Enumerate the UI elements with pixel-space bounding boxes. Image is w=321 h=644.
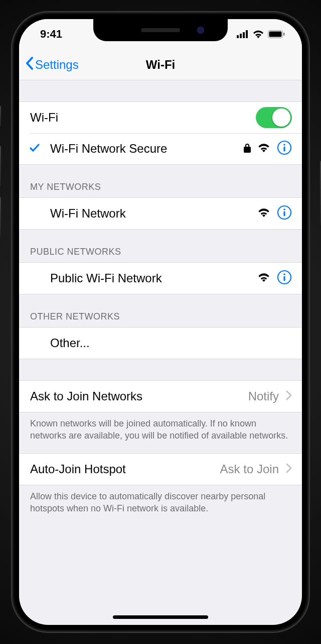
ask-to-join-label: Ask to Join Networks [30, 382, 248, 410]
device-frame: 9:41 [0, 0, 321, 644]
wifi-switch[interactable] [256, 107, 292, 128]
wifi-toggle-cell[interactable]: Wi-Fi [19, 102, 302, 133]
lock-icon [244, 143, 251, 155]
my-networks-group: Wi-Fi Network [19, 197, 302, 230]
other-label: Other... [50, 329, 292, 357]
wifi-signal-icon [258, 273, 270, 284]
ask-to-join-footer: Known networks will be joined automatica… [19, 412, 302, 447]
network-name: Wi-Fi Network [50, 199, 258, 228]
front-camera [197, 27, 204, 34]
svg-point-8 [283, 144, 285, 146]
chevron-right-icon [286, 463, 292, 475]
svg-rect-0 [237, 35, 239, 38]
wifi-toggle-label: Wi-Fi [30, 103, 256, 132]
switch-knob [272, 109, 290, 127]
svg-rect-3 [246, 30, 248, 38]
volume-up-button [0, 146, 1, 186]
back-label: Settings [35, 58, 79, 72]
info-icon[interactable] [277, 205, 292, 222]
cellular-signal-icon [237, 30, 249, 38]
volume-down-button [0, 197, 1, 237]
wifi-signal-icon [258, 143, 270, 154]
chevron-left-icon [25, 56, 34, 73]
speaker-grille [141, 28, 180, 32]
other-networks-group: Other... [19, 327, 302, 359]
ask-to-join-value: Notify [248, 389, 279, 403]
svg-rect-1 [240, 34, 242, 38]
svg-rect-9 [283, 147, 285, 152]
svg-rect-15 [283, 276, 285, 281]
auto-hotspot-label: Auto-Join Hotspot [30, 455, 220, 483]
svg-rect-2 [243, 32, 245, 38]
svg-rect-12 [283, 211, 285, 217]
public-networks-group: Public Wi-Fi Network [19, 262, 302, 294]
svg-rect-6 [283, 33, 285, 36]
auto-hotspot-group: Auto-Join Hotspot Ask to Join [19, 453, 302, 485]
connected-network-name: Wi-Fi Network Secure [50, 135, 244, 163]
network-name: Public Wi-Fi Network [50, 264, 258, 292]
info-icon[interactable] [277, 140, 292, 157]
public-networks-header: PUBLIC NETWORKS [19, 230, 302, 262]
svg-rect-5 [269, 32, 282, 37]
auto-hotspot-footer: Allow this device to automatically disco… [19, 485, 302, 520]
status-time: 9:41 [40, 28, 85, 41]
back-button[interactable]: Settings [25, 56, 79, 73]
other-network-cell[interactable]: Other... [19, 328, 302, 359]
silence-switch [0, 105, 1, 127]
wifi-signal-icon [258, 208, 270, 219]
connected-network-cell[interactable]: Wi-Fi Network Secure [19, 133, 302, 164]
wifi-main-group: Wi-Fi [19, 101, 302, 165]
wifi-status-icon [253, 30, 264, 38]
network-row[interactable]: Public Wi-Fi Network [19, 263, 302, 294]
ask-to-join-cell[interactable]: Ask to Join Networks Notify [19, 381, 302, 412]
notch [93, 19, 228, 41]
battery-icon [268, 30, 285, 38]
other-networks-header: OTHER NETWORKS [19, 294, 302, 327]
chevron-right-icon [286, 390, 292, 402]
home-indicator[interactable] [113, 615, 208, 619]
network-row[interactable]: Wi-Fi Network [19, 198, 302, 229]
my-networks-header: MY NETWORKS [19, 165, 302, 197]
info-icon[interactable] [277, 270, 292, 287]
ask-to-join-group: Ask to Join Networks Notify [19, 380, 302, 412]
auto-hotspot-value: Ask to Join [220, 462, 279, 476]
svg-point-11 [283, 208, 285, 210]
svg-point-14 [283, 273, 285, 275]
checkmark-icon [29, 142, 41, 156]
nav-bar: Settings Wi-Fi [19, 49, 302, 80]
auto-hotspot-cell[interactable]: Auto-Join Hotspot Ask to Join [19, 454, 302, 485]
